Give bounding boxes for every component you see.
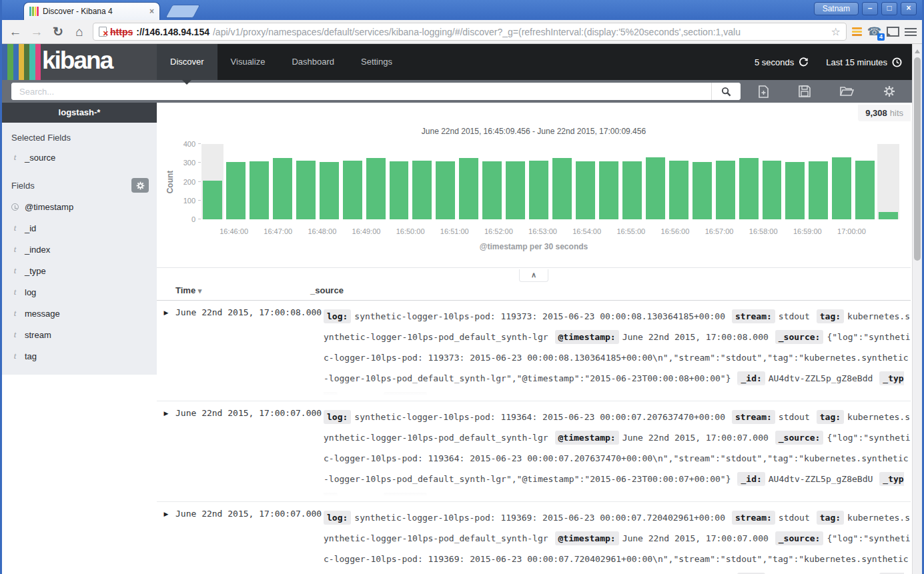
reload-icon[interactable]: ↻: [50, 24, 66, 39]
logo-stripe: [29, 44, 35, 80]
back-icon[interactable]: ←: [7, 25, 23, 39]
browser-tab[interactable]: Discover - Kibana 4 ×: [23, 2, 160, 20]
collapse-chart-button[interactable]: ∧: [519, 269, 548, 282]
sidebar-field-source[interactable]: t_source: [2, 147, 157, 168]
table-row: ▶June 22nd 2015, 17:00:07.000log:synthet…: [157, 502, 911, 574]
nav-tab-settings[interactable]: Settings: [348, 44, 406, 80]
histogram-bucket[interactable]: [434, 144, 457, 219]
voice-extension-icon[interactable]: ☎4: [867, 25, 881, 39]
favicon-stripe: [35, 7, 37, 16]
page-scrollbar[interactable]: [912, 44, 922, 574]
histogram-bucket[interactable]: [877, 144, 900, 219]
histogram-bucket[interactable]: [364, 144, 388, 219]
histogram-bucket[interactable]: [761, 144, 784, 219]
expand-row-icon[interactable]: ▶: [157, 306, 175, 398]
histogram-bucket[interactable]: [714, 144, 737, 219]
search-button[interactable]: [711, 83, 741, 100]
histogram-bar: [436, 161, 455, 219]
maximize-button[interactable]: □: [881, 2, 897, 15]
y-tick-label: 0: [191, 215, 195, 223]
histogram-bucket[interactable]: [853, 144, 877, 219]
chart-title: June 22nd 2015, 16:45:09.456 - June 22nd…: [157, 127, 911, 136]
sidebar-field-tag[interactable]: ttag: [2, 345, 157, 367]
time-range-control[interactable]: Last 15 minutes: [826, 57, 902, 67]
close-window-button[interactable]: ×: [901, 2, 917, 15]
histogram-bucket[interactable]: [248, 144, 271, 219]
nav-tab-visualize[interactable]: Visualize: [217, 44, 279, 80]
logo-stripe: [35, 44, 41, 80]
close-tab-icon[interactable]: ×: [149, 7, 154, 16]
menu-icon[interactable]: [905, 28, 917, 36]
histogram-bucket[interactable]: [620, 144, 644, 219]
search-input[interactable]: [11, 83, 711, 100]
refresh-interval-control[interactable]: 5 seconds: [755, 57, 809, 67]
selected-fields-heading: Selected Fields: [2, 123, 157, 147]
histogram-bucket[interactable]: [527, 144, 550, 219]
minimize-button[interactable]: –: [862, 2, 878, 15]
histogram-bucket[interactable]: [574, 144, 597, 219]
nav-tab-dashboard[interactable]: Dashboard: [278, 44, 348, 80]
cast-icon[interactable]: [887, 27, 899, 37]
index-pattern[interactable]: logstash-*: [2, 103, 157, 123]
histogram-bucket[interactable]: [224, 144, 248, 219]
bookmark-star-icon[interactable]: ☆: [831, 25, 840, 38]
sidebar-field-stream[interactable]: tstream: [2, 324, 157, 345]
histogram-bucket[interactable]: [388, 144, 411, 219]
field-settings-button[interactable]: [131, 178, 149, 193]
row-source: log:synthetic-logger-10lps-pod: 119369: …: [324, 507, 911, 574]
row-source: log:synthetic-logger-10lps-pod: 119373: …: [324, 306, 911, 398]
histogram-bucket[interactable]: [318, 144, 341, 219]
sidebar-field-log[interactable]: tlog: [2, 281, 157, 303]
histogram-bar: [390, 161, 409, 219]
histogram-bucket[interactable]: [830, 144, 853, 219]
histogram-bucket[interactable]: [480, 144, 504, 219]
logo-stripe: [13, 44, 19, 80]
sidebar-field-index[interactable]: t_index: [2, 239, 157, 260]
kibana-favicon-icon: [29, 7, 39, 16]
sidebar-field-id[interactable]: t_id: [2, 217, 157, 239]
histogram-bucket[interactable]: [410, 144, 434, 219]
open-search-icon[interactable]: [840, 86, 854, 97]
histogram-bucket[interactable]: [457, 144, 480, 219]
histogram-plot: [201, 144, 900, 219]
new-search-icon[interactable]: [758, 85, 769, 98]
save-search-icon[interactable]: [799, 85, 811, 97]
x-tick-label: 16:57:00: [705, 227, 734, 235]
home-icon[interactable]: ⌂: [71, 25, 87, 39]
sidebar-field-timestamp[interactable]: @timestamp: [2, 197, 157, 217]
settings-gear-icon[interactable]: [883, 85, 895, 97]
histogram-bucket[interactable]: [294, 144, 318, 219]
row-time: June 22nd 2015, 17:00:07.000: [175, 507, 324, 574]
histogram-bucket[interactable]: [667, 144, 690, 219]
source-field-value: stdout: [779, 412, 810, 422]
field-name: stream: [25, 330, 51, 340]
histogram-bucket[interactable]: [550, 144, 574, 219]
extension-icon[interactable]: [852, 27, 862, 37]
sidebar-field-type[interactable]: t_type: [2, 260, 157, 281]
histogram-bucket[interactable]: [341, 144, 364, 219]
insecure-page-icon[interactable]: ✕: [99, 27, 107, 37]
expand-row-icon[interactable]: ▶: [157, 507, 175, 574]
sidebar-field-message[interactable]: tmessage: [2, 303, 157, 324]
histogram-bucket[interactable]: [644, 144, 667, 219]
histogram-bucket[interactable]: [783, 144, 807, 219]
histogram-bucket[interactable]: [737, 144, 761, 219]
expand-row-icon[interactable]: ▶: [157, 407, 175, 499]
time-column-header[interactable]: Time ▾: [157, 285, 310, 295]
histogram-bucket[interactable]: [807, 144, 830, 219]
histogram-bucket[interactable]: [504, 144, 527, 219]
refresh-interval-value: 5 seconds: [755, 57, 794, 67]
histogram-bucket[interactable]: [271, 144, 294, 219]
url-bar[interactable]: ✕ https ://146.148.94.154 /api/v1/proxy/…: [93, 23, 847, 41]
nav-tab-discover[interactable]: Discover: [157, 44, 217, 80]
profile-button[interactable]: Satnam: [814, 2, 859, 15]
scroll-up-icon[interactable]: [915, 47, 920, 53]
source-field-key: log:: [324, 511, 351, 525]
scrollbar-thumb[interactable]: [914, 57, 921, 261]
forward-icon[interactable]: →: [29, 25, 45, 39]
histogram-bucket[interactable]: [597, 144, 620, 219]
histogram-bucket[interactable]: [690, 144, 714, 219]
x-tick-label: 16:49:00: [352, 227, 381, 235]
new-tab-button[interactable]: [165, 5, 201, 18]
histogram-bucket[interactable]: [201, 144, 224, 219]
